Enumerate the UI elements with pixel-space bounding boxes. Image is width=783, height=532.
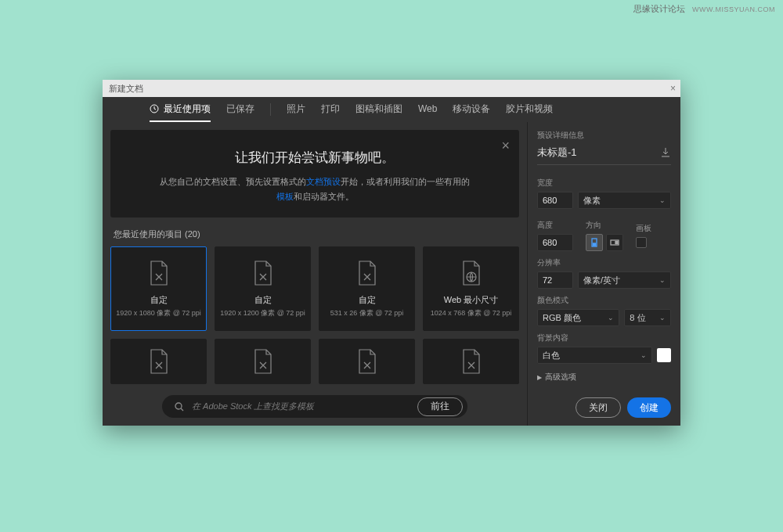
orientation-label: 方向: [586, 220, 623, 231]
document-icon: [460, 348, 482, 375]
tab-saved[interactable]: 已保存: [226, 97, 254, 122]
dialog-title: 新建文档: [109, 83, 143, 95]
bg-swatch[interactable]: [657, 348, 671, 362]
close-button[interactable]: 关闭: [576, 397, 621, 418]
advanced-toggle[interactable]: ▶高级选项: [537, 372, 671, 383]
new-document-dialog: 新建文档 × 最近使用项 已保存 照片 打印 图稿和插图 Web 移动设备 胶片…: [103, 80, 680, 426]
document-name[interactable]: 未标题-1: [537, 146, 577, 160]
bit-depth-value: 8 位: [630, 312, 645, 324]
resolution-label: 分辨率: [537, 257, 671, 268]
banner-text: 和启动器文件。: [294, 192, 354, 201]
bit-depth-select[interactable]: 8 位 ⌄: [624, 309, 671, 326]
dialog-footer: 关闭 创建: [537, 390, 671, 418]
triangle-right-icon: ▶: [537, 374, 542, 381]
width-input[interactable]: [537, 192, 573, 209]
width-label: 宽度: [537, 178, 671, 189]
recent-count: (20): [185, 229, 200, 239]
svg-rect-6: [615, 242, 618, 244]
document-icon: [252, 260, 274, 286]
chevron-down-icon: ⌄: [659, 314, 666, 322]
watermark-url: WWW.MISSYUAN.COM: [692, 5, 775, 13]
tab-photo[interactable]: 照片: [287, 97, 305, 122]
recent-heading: 您最近使用的项目 (20): [114, 228, 519, 240]
artboard-checkbox[interactable]: [636, 237, 647, 248]
doc-preset-link[interactable]: 文档预设: [306, 177, 341, 186]
category-tabs: 最近使用项 已保存 照片 打印 图稿和插图 Web 移动设备 胶片和视频: [103, 97, 680, 122]
advanced-label: 高级选项: [545, 372, 576, 381]
bg-value: 白色: [543, 350, 560, 361]
chevron-down-icon: ⌄: [640, 351, 647, 359]
chevron-down-icon: ⌄: [659, 276, 666, 284]
recent-label-text: 您最近使用的项目: [114, 229, 182, 239]
banner-title: 让我们开始尝试新事物吧。: [139, 149, 491, 167]
preset-card[interactable]: [110, 339, 207, 384]
watermark-text: 思缘设计论坛: [633, 4, 685, 13]
resolution-input[interactable]: [537, 271, 573, 289]
search-placeholder[interactable]: 在 Adobe Stock 上查找更多模板: [192, 401, 315, 412]
color-mode-label: 颜色模式: [537, 295, 671, 306]
unit-select[interactable]: 像素 ⌄: [578, 192, 671, 209]
card-subtitle: 1024 x 768 像素 @ 72 ppi: [431, 308, 512, 318]
tab-web[interactable]: Web: [418, 97, 437, 122]
banner-close-icon[interactable]: ×: [501, 138, 510, 154]
intro-banner: × 让我们开始尝试新事物吧。 从您自己的文档设置、预先设置格式的文档预设开始，或…: [110, 130, 519, 217]
tab-label: 移动设备: [453, 102, 490, 116]
banner-description: 从您自己的文档设置、预先设置格式的文档预设开始，或者利用我们的一些有用的模板和启…: [139, 174, 491, 203]
stock-search: 在 Adobe Stock 上查找更多模板 前往: [162, 395, 467, 418]
tab-label: 照片: [287, 102, 305, 116]
preset-card[interactable]: 自定 531 x 26 像素 @ 72 ppi: [319, 246, 415, 331]
left-panel: × 让我们开始尝试新事物吧。 从您自己的文档设置、预先设置格式的文档预设开始，或…: [103, 122, 527, 426]
template-link[interactable]: 模板: [276, 192, 294, 201]
preset-details-panel: 预设详细信息 未标题-1 宽度 像素 ⌄ 高度 方向: [527, 122, 680, 426]
color-mode-select[interactable]: RGB 颜色 ⌄: [537, 309, 619, 326]
go-button[interactable]: 前往: [417, 397, 463, 416]
recent-icon: [150, 104, 159, 113]
bg-select[interactable]: 白色 ⌄: [537, 347, 652, 364]
height-input[interactable]: [537, 234, 573, 251]
card-subtitle: 1920 x 1080 像素 @ 72 ppi: [116, 308, 201, 318]
tab-art[interactable]: 图稿和插图: [355, 97, 402, 122]
chevron-down-icon: ⌄: [659, 196, 666, 204]
document-icon: [148, 260, 170, 286]
svg-rect-4: [594, 243, 596, 246]
tab-label: Web: [418, 103, 437, 114]
artboard-label: 画板: [636, 223, 651, 234]
tab-label: 已保存: [226, 102, 254, 116]
tab-label: 图稿和插图: [355, 102, 402, 116]
unit-value: 像素: [583, 195, 601, 207]
document-icon: [356, 348, 378, 375]
preset-cards-row2: [110, 339, 519, 384]
document-icon: [252, 348, 274, 375]
globe-icon: [460, 260, 482, 286]
height-label: 高度: [537, 220, 573, 231]
resolution-unit-value: 像素/英寸: [583, 275, 620, 286]
titlebar: 新建文档 ×: [103, 80, 680, 97]
preset-card[interactable]: 自定 1920 x 1080 像素 @ 72 ppi: [110, 246, 207, 331]
card-title: Web 最小尺寸: [444, 294, 498, 306]
tab-print[interactable]: 打印: [321, 97, 340, 122]
banner-text: 开始，或者利用我们的一些有用的: [341, 177, 470, 186]
preset-cards-row1: 自定 1920 x 1080 像素 @ 72 ppi 自定 1920 x 120…: [110, 246, 519, 331]
document-icon: [356, 260, 378, 286]
close-icon[interactable]: ×: [670, 83, 676, 94]
save-preset-icon[interactable]: [660, 147, 671, 158]
resolution-unit-select[interactable]: 像素/英寸 ⌄: [578, 271, 671, 289]
tab-recent[interactable]: 最近使用项: [150, 97, 211, 122]
tab-video[interactable]: 胶片和视频: [506, 97, 553, 122]
create-button[interactable]: 创建: [627, 397, 671, 418]
chevron-down-icon: ⌄: [608, 314, 614, 322]
tab-mobile[interactable]: 移动设备: [453, 97, 490, 122]
preset-card[interactable]: [423, 339, 519, 384]
landscape-button[interactable]: [606, 234, 623, 251]
preset-card[interactable]: [215, 339, 311, 384]
card-subtitle: 1920 x 1200 像素 @ 72 ppi: [220, 308, 305, 318]
banner-text: 从您自己的文档设置、预先设置格式的: [160, 177, 306, 186]
tab-label: 最近使用项: [164, 102, 211, 116]
document-icon: [148, 348, 170, 375]
preset-card[interactable]: [319, 339, 415, 384]
color-mode-value: RGB 颜色: [543, 312, 581, 324]
portrait-button[interactable]: [586, 234, 603, 251]
preset-card[interactable]: 自定 1920 x 1200 像素 @ 72 ppi: [215, 246, 311, 331]
tab-divider: [270, 103, 271, 116]
preset-card[interactable]: Web 最小尺寸 1024 x 768 像素 @ 72 ppi: [423, 246, 519, 331]
